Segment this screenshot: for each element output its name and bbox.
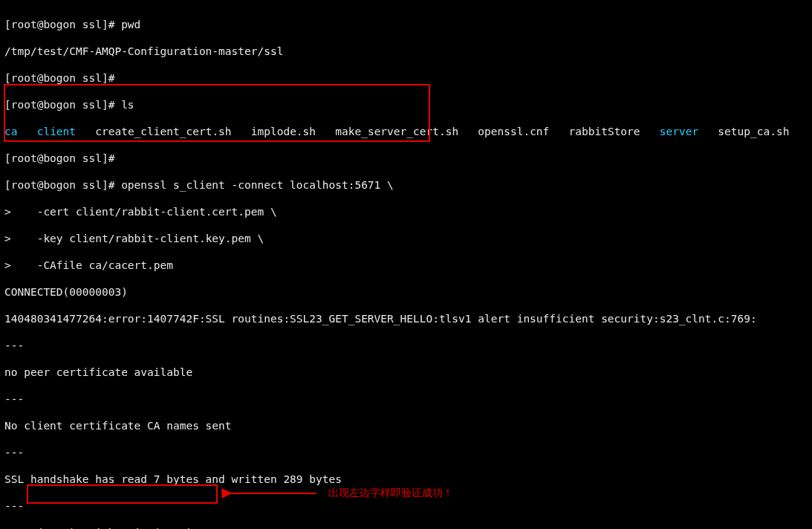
out-dashes: --- [4, 392, 808, 406]
pwd-output: /tmp/test/CMF-AMQP-Configuration-master/… [4, 45, 808, 58]
prompt-line[interactable]: [root@bogon ssl]# [4, 152, 808, 165]
prompt: [root@bogon ssl]# [4, 19, 121, 30]
cmd-openssl: openssl s_client -connect localhost:5671… [121, 179, 394, 191]
cont-line: > -key client/rabbit-client.key.pem \ [4, 232, 808, 245]
dir-server: server [660, 126, 698, 137]
out-handshake: SSL handshake has read 7 bytes and writt… [4, 473, 808, 486]
prompt-line[interactable]: [root@bogon ssl]# [4, 71, 808, 85]
prompt-line[interactable]: [root@bogon ssl]# pwd [4, 18, 808, 31]
terminal-output: [root@bogon ssl]# pwd /tmp/test/CMF-AMQP… [0, 0, 812, 529]
out-dashes: --- [4, 339, 808, 352]
out-dashes: --- [4, 446, 808, 459]
out-dashes: --- [4, 499, 808, 513]
prompt-line[interactable]: [root@bogon ssl]# openssl s_client -conn… [4, 178, 808, 192]
prompt-line[interactable]: [root@bogon ssl]# ls [4, 98, 808, 111]
dir-client: client [37, 126, 76, 137]
out-new: New, (NONE), Cipher is (NONE) [4, 526, 808, 529]
cont-line: > -CAfile ca/cacert.pem [4, 259, 808, 272]
cmd-pwd: pwd [121, 19, 140, 30]
out-connected: CONNECTED(00000003) [4, 285, 808, 299]
annotation-text: 出现左边字样即验证成功！ [328, 486, 453, 499]
ls-output: ca client create_client_cert.sh implode.… [4, 125, 808, 138]
cont-line: > -cert client/rabbit-client.cert.pem \ [4, 205, 808, 218]
out-no-client: No client certificate CA names sent [4, 419, 808, 432]
cmd-ls: ls [121, 99, 134, 111]
out-error: 140480341477264:error:1407742F:SSL routi… [4, 312, 808, 325]
out-no-peer: no peer certificate available [4, 366, 808, 379]
dir-ca: ca [4, 126, 17, 137]
